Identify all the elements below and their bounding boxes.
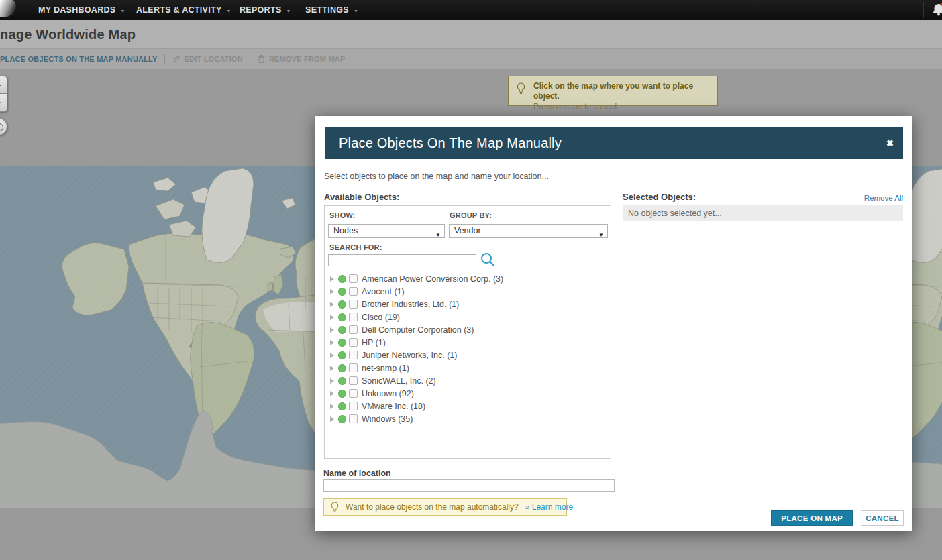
checkbox[interactable] — [349, 325, 358, 334]
tree-item-label: Windows (35) — [362, 414, 413, 424]
checkbox[interactable] — [349, 300, 358, 309]
tree-item[interactable]: Juniper Networks, Inc. (1) — [325, 349, 611, 361]
map-toolbar: PLACE OBJECTS ON THE MAP MANUALLY EDIT L… — [0, 48, 942, 69]
expand-icon[interactable] — [330, 276, 334, 282]
remove-all-link[interactable]: Remove All — [864, 194, 903, 202]
expand-icon[interactable] — [330, 327, 334, 333]
status-up-icon — [338, 351, 346, 359]
reset-view-button[interactable] — [0, 118, 7, 135]
tree-item[interactable]: Dell Computer Corporation (3) — [325, 323, 611, 336]
place-on-map-button[interactable]: PLACE ON MAP — [771, 510, 853, 526]
lightbulb-icon — [517, 82, 525, 97]
tree-item[interactable]: Cisco (19) — [325, 311, 611, 323]
checkbox[interactable] — [349, 414, 358, 423]
checkbox[interactable] — [349, 287, 358, 296]
nav-alerts-activity[interactable]: ALERTS & ACTIVITY ▼ — [136, 5, 231, 15]
dialog-title: Place Objects On The Map Manually — [339, 135, 886, 151]
remove-from-map-label: REMOVE FROM MAP — [269, 55, 346, 63]
status-up-icon — [338, 390, 346, 398]
available-objects-tree: American Power Conversion Corp. (3) Avoc… — [324, 268, 611, 459]
tree-item[interactable]: American Power Conversion Corp. (3) — [325, 272, 611, 285]
expand-icon[interactable] — [330, 353, 334, 358]
chevron-down-icon: ▼ — [227, 9, 231, 13]
learn-more-link[interactable]: » Learn more — [525, 502, 573, 512]
app-logo — [0, 0, 16, 17]
tree-item[interactable]: HP (1) — [325, 336, 611, 349]
expand-icon[interactable] — [330, 391, 334, 396]
location-name-label: Name of location — [323, 469, 391, 478]
show-label: SHOW: — [329, 211, 356, 219]
checkbox[interactable] — [349, 376, 358, 385]
expand-icon[interactable] — [330, 315, 334, 320]
status-up-icon — [338, 415, 346, 423]
expand-icon[interactable] — [330, 289, 334, 294]
tree-item[interactable]: VMware Inc. (18) — [325, 400, 611, 412]
show-select[interactable]: Nodes ▼ — [328, 224, 445, 238]
search-icon[interactable] — [480, 251, 496, 270]
notifications-bell-icon[interactable] — [932, 2, 942, 18]
checkbox[interactable] — [349, 363, 358, 372]
expand-icon[interactable] — [330, 340, 334, 345]
expand-icon[interactable] — [330, 378, 334, 384]
toolbar-divider — [250, 54, 250, 64]
expand-icon[interactable] — [330, 404, 334, 409]
tree-item-label: VMware Inc. (18) — [362, 402, 425, 411]
zoom-out-button[interactable]: − — [0, 94, 7, 112]
place-objects-button[interactable]: PLACE OBJECTS ON THE MAP MANUALLY — [0, 55, 158, 63]
selected-objects-label: Selected Objects: — [623, 192, 696, 202]
edit-location-button[interactable]: EDIT LOCATION — [172, 54, 243, 64]
tree-item[interactable]: SonicWALL, Inc. (2) — [325, 374, 611, 387]
search-input[interactable] — [328, 254, 476, 266]
group-by-select-value: Vendor — [454, 226, 481, 235]
toolbar-divider — [164, 54, 165, 64]
checkbox[interactable] — [349, 274, 358, 283]
tree-item[interactable]: Unknown (92) — [325, 387, 611, 400]
checkbox[interactable] — [349, 402, 358, 410]
checkbox[interactable] — [349, 313, 358, 321]
location-name-input[interactable] — [323, 479, 615, 492]
tree-item-label: net-snmp (1) — [362, 363, 409, 373]
status-up-icon — [338, 288, 346, 296]
status-up-icon — [338, 339, 346, 347]
available-objects-controls: SHOW: GROUP BY: Nodes ▼ Vendor ▼ SEARCH … — [324, 205, 611, 269]
nav-label: SETTINGS — [305, 5, 349, 15]
tree-item[interactable]: Brother Industries, Ltd. (1) — [325, 298, 611, 311]
place-objects-dialog: Place Objects On The Map Manually ✖ Sele… — [315, 116, 912, 531]
close-icon[interactable]: ✖ — [886, 139, 894, 148]
expand-icon[interactable] — [330, 366, 334, 371]
dialog-header: Place Objects On The Map Manually ✖ — [325, 127, 903, 159]
tree-item-label: Avocent (1) — [362, 287, 405, 296]
search-for-label: SEARCH FOR: — [329, 243, 382, 251]
cancel-button[interactable]: CANCEL — [861, 510, 904, 526]
trash-icon — [257, 54, 266, 64]
group-by-label: GROUP BY: — [450, 211, 492, 219]
chevron-down-icon: ▼ — [286, 9, 291, 13]
status-up-icon — [338, 326, 346, 334]
remove-from-map-button[interactable]: REMOVE FROM MAP — [257, 54, 346, 64]
nav-label: MY DASHBOARDS — [38, 5, 115, 15]
group-by-select[interactable]: Vendor ▼ — [449, 224, 608, 238]
nav-my-dashboards[interactable]: MY DASHBOARDS ▼ — [38, 5, 125, 15]
tree-item-label: American Power Conversion Corp. (3) — [362, 274, 503, 284]
expand-icon[interactable] — [330, 302, 334, 307]
checkbox[interactable] — [349, 389, 358, 398]
nav-reports[interactable]: REPORTS ▼ — [240, 5, 291, 15]
map-placement-tooltip: Click on the map where you want to place… — [508, 76, 718, 106]
available-objects-label: Available Objects: — [324, 192, 399, 202]
lightbulb-icon — [331, 502, 339, 513]
page-title-bar: nage Worldwide Map — [0, 20, 942, 48]
chevron-down-icon: ▼ — [354, 9, 358, 13]
zoom-in-button[interactable]: + — [0, 76, 7, 94]
tree-item-label: Brother Industries, Ltd. (1) — [362, 300, 459, 309]
nav-settings[interactable]: SETTINGS ▼ — [305, 5, 358, 15]
checkbox[interactable] — [349, 351, 358, 359]
tree-item[interactable]: Avocent (1) — [325, 285, 611, 298]
tree-item[interactable]: Windows (35) — [325, 412, 611, 425]
tree-item[interactable]: net-snmp (1) — [325, 361, 611, 374]
top-navigation: MY DASHBOARDS ▼ ALERTS & ACTIVITY ▼ REPO… — [0, 0, 942, 20]
expand-icon[interactable] — [330, 416, 334, 422]
tree-item-label: HP (1) — [362, 338, 386, 347]
checkbox[interactable] — [349, 338, 358, 347]
map-zoom-controls: + − — [0, 76, 7, 112]
page-title: nage Worldwide Map — [0, 27, 136, 42]
